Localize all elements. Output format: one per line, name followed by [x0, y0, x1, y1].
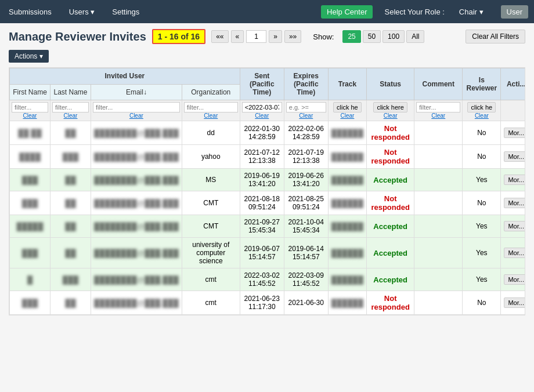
- filter-status-button[interactable]: click here: [373, 102, 407, 112]
- cell-last-name: ███: [50, 145, 91, 169]
- nav-help-center[interactable]: Help Center: [321, 5, 373, 19]
- filter-email-input[interactable]: [93, 102, 180, 112]
- cell-organization: cmt: [182, 291, 240, 315]
- cell-email: ████████@███.███: [91, 121, 182, 145]
- cell-sent: 2019-06-19 13:41:20: [240, 169, 284, 191]
- cell-status: Not responded: [367, 145, 414, 169]
- cell-sent: 2019-06-07 15:14:57: [240, 238, 284, 268]
- cell-email: ████████@███.███: [91, 215, 182, 238]
- filter-sent-input[interactable]: [242, 102, 282, 112]
- show-buttons: 25 50 100 All: [342, 30, 424, 43]
- filter-expires-input[interactable]: [286, 102, 326, 112]
- next-page-button[interactable]: »: [269, 30, 282, 43]
- more-button[interactable]: Mor...: [504, 221, 525, 231]
- filter-sent-cell: Clear: [240, 100, 284, 121]
- cell-status: Accepted: [367, 215, 414, 238]
- cell-expires: 2022-02-06 14:28:59: [284, 121, 328, 145]
- nav-role-select[interactable]: Chair: [456, 8, 486, 16]
- first-page-button[interactable]: ««: [211, 30, 228, 43]
- last-name-header: Last Name: [50, 84, 91, 100]
- show-all-button[interactable]: All: [406, 30, 424, 43]
- clear-track-link[interactable]: Clear: [330, 112, 365, 119]
- table-row: ████ ███ ████████@███.███ yahoo 2021-07-…: [10, 145, 526, 169]
- reviewer-invites-table: Invited User Sent (Pacific Time) Expires…: [9, 67, 525, 315]
- page-input[interactable]: [246, 30, 266, 43]
- nav-user-button[interactable]: User: [501, 5, 528, 19]
- show-25-button[interactable]: 25: [342, 30, 360, 43]
- filter-org-input[interactable]: [184, 102, 238, 112]
- more-button[interactable]: Mor...: [504, 198, 525, 208]
- table-row: █ ███ ████████@███.███ cmt 2022-03-02 11…: [10, 268, 526, 291]
- clear-expires-link[interactable]: Clear: [286, 112, 326, 119]
- table-row: ███ ██ ████████@███.███ cmt 2021-06-23 1…: [10, 291, 526, 315]
- nav-users[interactable]: Users: [66, 8, 98, 16]
- filter-track-button[interactable]: click he: [333, 102, 362, 112]
- filter-first-name-input[interactable]: [12, 102, 48, 112]
- show-100-button[interactable]: 100: [383, 30, 405, 43]
- cell-expires: 2019-06-26 13:41:20: [284, 169, 328, 191]
- cell-email: ████████@███.███: [91, 268, 182, 291]
- cell-last-name: ██: [50, 238, 91, 268]
- clear-email-link[interactable]: Clear: [93, 112, 180, 119]
- prev-page-button[interactable]: «: [231, 30, 244, 43]
- page-content: Manage Reviewer Invites 1 - 16 of 16 «« …: [0, 23, 534, 321]
- table-row: ███ ██ ████████@███.███ CMT 2021-08-18 0…: [10, 191, 526, 215]
- cell-first-name: ███: [10, 169, 50, 191]
- filter-reviewer-button[interactable]: click he: [467, 102, 496, 112]
- nav-settings[interactable]: Settings: [109, 8, 142, 16]
- cell-status: Accepted: [367, 268, 414, 291]
- cell-status: Accepted: [367, 238, 414, 268]
- last-page-button[interactable]: »»: [284, 30, 301, 43]
- is-reviewer-header: Is Reviewer: [463, 68, 501, 100]
- cell-expires: 2021-10-04 15:45:34: [284, 215, 328, 238]
- cell-last-name: ██: [50, 121, 91, 145]
- clear-org-link[interactable]: Clear: [184, 112, 238, 119]
- more-button[interactable]: Mor...: [504, 175, 525, 185]
- table-row: ██ ██ ██ ████████@███.███ dd 2022-01-30 …: [10, 121, 526, 145]
- clear-reviewer-link[interactable]: Clear: [464, 112, 499, 119]
- cell-expires: 2019-06-14 15:14:57: [284, 238, 328, 268]
- email-header: Email↓: [91, 84, 182, 100]
- cell-email: ████████@███.███: [91, 291, 182, 315]
- clear-first-name-link[interactable]: Clear: [12, 112, 48, 119]
- cell-email: ████████@███.███: [91, 191, 182, 215]
- cell-is-reviewer: No: [463, 291, 501, 315]
- filter-actions-cell: [501, 100, 525, 121]
- clear-status-link[interactable]: Clear: [369, 112, 412, 119]
- table-data-body: ██ ██ ██ ████████@███.███ dd 2022-01-30 …: [10, 121, 526, 315]
- actions-button[interactable]: Actions: [9, 50, 49, 63]
- title-row: Manage Reviewer Invites 1 - 16 of 16 «« …: [9, 29, 525, 63]
- filter-last-name-input[interactable]: [52, 102, 89, 112]
- cell-actions: Mor...: [501, 169, 525, 191]
- first-name-header: First Name: [10, 84, 50, 100]
- show-50-button[interactable]: 50: [363, 30, 381, 43]
- cell-actions: Mor...: [501, 238, 525, 268]
- sent-header: Sent (Pacific Time): [240, 68, 284, 100]
- cell-expires: 2021-07-19 12:13:38: [284, 145, 328, 169]
- cell-is-reviewer: No: [463, 145, 501, 169]
- track-header: Track: [328, 68, 366, 100]
- cell-status: Not responded: [367, 191, 414, 215]
- cell-sent: 2021-08-18 09:51:24: [240, 191, 284, 215]
- cell-organization: CMT: [182, 215, 240, 238]
- clear-comment-link[interactable]: Clear: [416, 112, 460, 119]
- page-title: Manage Reviewer Invites: [9, 30, 146, 43]
- more-button[interactable]: Mor...: [504, 151, 525, 162]
- cell-organization: yahoo: [182, 145, 240, 169]
- clear-last-name-link[interactable]: Clear: [52, 112, 89, 119]
- filter-comment-input[interactable]: [416, 102, 460, 112]
- more-button[interactable]: Mor...: [504, 128, 525, 138]
- nav-submissions[interactable]: Submissions: [6, 8, 55, 16]
- cell-email: ████████@███.███: [91, 238, 182, 268]
- filter-org-cell: Clear: [182, 100, 240, 121]
- cell-email: ████████@███.███: [91, 169, 182, 191]
- cell-sent: 2022-01-30 14:28:59: [240, 121, 284, 145]
- cell-sent: 2021-09-27 15:45:34: [240, 215, 284, 238]
- more-button[interactable]: Mor...: [504, 297, 525, 308]
- more-button[interactable]: Mor...: [504, 274, 525, 285]
- cell-organization: cmt: [182, 268, 240, 291]
- cell-last-name: ██: [50, 215, 91, 238]
- clear-all-filters-button[interactable]: Clear All Filters: [466, 30, 525, 43]
- more-button[interactable]: Mor...: [504, 248, 525, 258]
- clear-sent-link[interactable]: Clear: [242, 112, 282, 119]
